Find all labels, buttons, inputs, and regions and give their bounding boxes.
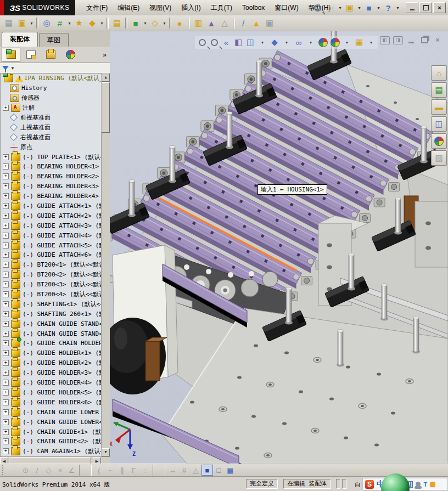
expand-toggle[interactable]: + — [3, 242, 9, 249]
tree-item-guide-attach-1[interactable]: + (-) GUIDE ATTACH<1> (默 — [1, 201, 110, 211]
move-component-dropdown-icon[interactable]: ▾ — [99, 16, 105, 30]
trim-entities-icon[interactable]: × — [54, 465, 66, 476]
tree-item-guide-holder-3[interactable]: + (-) GUIDE HOLDER<3> (默 — [1, 368, 110, 378]
tree-item-bt200-4[interactable]: + (-) BT200<4> (默认<<默认 — [1, 290, 110, 300]
expand-toggle[interactable]: + — [3, 173, 9, 179]
expand-toggle[interactable] — [3, 125, 8, 130]
display-style-dropdown-icon[interactable]: ▾ — [281, 36, 293, 48]
four-viewport-icon[interactable]: ▦ — [225, 465, 236, 476]
tree-item-bearing-holder-3[interactable]: + (-) BEARING HOLDER<3> ( — [1, 182, 110, 191]
file-explorer-icon[interactable]: ▬ — [431, 99, 447, 115]
expand-toggle[interactable]: + — [3, 321, 9, 327]
expand-toggle[interactable]: + — [3, 105, 9, 111]
skin-icon[interactable]: T — [423, 481, 427, 488]
collapse-right-pane-icon[interactable]: ◨ — [393, 36, 403, 44]
doc-close-button[interactable]: × — [433, 36, 443, 44]
tree-item-front-plane[interactable]: 前视基准面 — [1, 113, 110, 123]
tab-sketch[interactable]: 草图 — [39, 33, 69, 47]
display-style-icon[interactable]: ◆ — [268, 36, 281, 48]
expand-toggle[interactable] — [3, 115, 8, 120]
tree-item-guide-holder-4[interactable]: + (-) GUIDE HOLDER<4> (默 — [1, 378, 110, 388]
reference-geometry-dropdown-icon[interactable]: ▾ — [161, 16, 167, 30]
view-palette-icon[interactable]: ◫ — [431, 116, 447, 132]
tree-item-annotations[interactable]: + 注解 — [1, 103, 110, 113]
expand-toggle[interactable]: + — [3, 370, 9, 376]
tree-item-chain-guide-lower-1[interactable]: + (-) CHAIN GUIDE LOWER<1 — [1, 417, 110, 427]
view-settings-dropdown-icon[interactable]: ▾ — [365, 36, 377, 48]
expand-toggle[interactable]: + — [3, 360, 9, 366]
expand-toggle[interactable]: + — [3, 438, 9, 444]
3d-model-canvas[interactable]: Y X Z — [110, 31, 448, 464]
expand-toggle[interactable]: + — [3, 429, 9, 435]
filter-dropdown-icon[interactable]: ▼ — [10, 66, 15, 71]
tree-root-assembly[interactable]: IPA RINSING (默认<默认_ — [1, 74, 110, 83]
expand-toggle[interactable]: + — [3, 252, 9, 258]
expand-toggle[interactable]: + — [3, 272, 9, 278]
expand-toggle[interactable]: + — [3, 154, 9, 160]
open-document-dropdown-icon[interactable]: ▾ — [356, 1, 362, 14]
new-document-icon[interactable]: □ — [324, 1, 337, 14]
menu-toolbox[interactable]: Toolbox — [237, 0, 270, 15]
bill-of-materials-icon[interactable]: ▥ — [192, 16, 205, 30]
expand-toggle[interactable]: + — [3, 399, 9, 405]
tree-item-guide-holder-1[interactable]: + (-) GUIDE HOLDER<1> (默 — [1, 348, 110, 358]
new-document-dropdown-icon[interactable]: ▾ — [337, 1, 343, 14]
mate-icon[interactable]: ◎ — [40, 16, 53, 30]
tree-item-right-plane[interactable]: 右视基准面 — [1, 132, 110, 142]
scroll-up-arrow[interactable]: ▲ — [102, 74, 110, 82]
minimize-button[interactable] — [406, 2, 418, 13]
expand-toggle[interactable] — [3, 95, 8, 100]
menu-window[interactable]: 窗口(W) — [270, 0, 303, 15]
tree-item-shafting-260-1[interactable]: + (-) SHAFTING 260<1> (默 — [1, 309, 110, 319]
tree-item-guide-attach-4[interactable]: + (-) GUIDE ATTACH<4> (默 — [1, 230, 110, 240]
tree-item-guide-holder-6[interactable]: + (-) GUIDE HOLDER<6> (默 — [1, 397, 110, 407]
section-view-icon[interactable]: ◧ — [232, 36, 244, 48]
view-orientation-icon[interactable]: ◫ — [244, 36, 256, 48]
expand-toggle[interactable]: + — [3, 448, 9, 454]
perpendicular-relation-icon[interactable]: Γ — [128, 465, 139, 476]
expand-toggle[interactable]: + — [3, 350, 9, 356]
open-part-dropdown-icon[interactable]: ▾ — [29, 16, 35, 30]
measure-icon[interactable]: / — [237, 16, 250, 30]
apply-scene-dropdown-icon[interactable]: ▾ — [341, 36, 353, 48]
tree-item-chain-guide-1[interactable]: + (-) CHAIN GUIDE<1> (默认 — [1, 427, 110, 437]
expand-toggle[interactable]: + — [3, 183, 9, 189]
appearances-icon[interactable] — [431, 133, 447, 149]
single-viewport-icon[interactable]: □ — [213, 465, 225, 476]
toolbox-icon[interactable] — [430, 482, 435, 487]
tree-item-guide-attach-2[interactable]: + (-) GUIDE ATTACH<2> (默 — [1, 211, 110, 221]
custom-properties-icon[interactable]: ▨ — [431, 150, 447, 166]
displaymanager-tab-icon[interactable] — [61, 48, 80, 62]
save-icon[interactable]: ■ — [362, 1, 376, 14]
arc-icon[interactable]: ( — [93, 465, 105, 476]
move-component-icon[interactable]: ◆ — [86, 16, 99, 30]
expand-toggle[interactable]: + — [3, 213, 9, 219]
configurationmanager-tab-icon[interactable] — [41, 48, 60, 62]
sogou-logo-icon[interactable]: S — [365, 480, 374, 489]
propertymanager-tab-icon[interactable] — [21, 48, 40, 62]
tree-item-guide-holder-5[interactable]: + (-) GUIDE HOLDER<5> (默 — [1, 388, 110, 398]
show-hidden-components-icon[interactable]: ▤ — [110, 16, 124, 30]
point-icon[interactable]: · — [8, 465, 20, 476]
sketch-fillet-icon[interactable]: ∠ — [66, 465, 77, 476]
menu-file[interactable]: 文件(F) — [81, 0, 113, 15]
expand-toggle[interactable]: + — [3, 390, 9, 396]
exploded-view-icon[interactable]: ▲ — [205, 16, 218, 30]
spline-icon[interactable]: ~ — [105, 465, 116, 476]
make-block-icon[interactable]: △ — [190, 465, 201, 476]
expand-toggle[interactable] — [3, 145, 8, 150]
menu-edit[interactable]: 编辑(E) — [113, 0, 144, 15]
help-icon[interactable]: ? — [382, 1, 395, 14]
expand-toggle[interactable] — [3, 135, 8, 140]
expand-toggle[interactable]: + — [3, 419, 9, 425]
expand-toggle[interactable]: + — [3, 380, 9, 386]
grid-icon[interactable]: # — [178, 465, 190, 476]
tree-item-history[interactable]: History — [1, 83, 110, 93]
expand-toggle[interactable]: + — [3, 301, 9, 307]
expand-toggle[interactable] — [3, 86, 8, 91]
tree-item-top-plate-1[interactable]: + (-) TOP PLATE<1> (默认< — [1, 152, 110, 162]
tree-item-bearing-holder-1[interactable]: + (-) BEARING HOLDER<1> ( — [1, 162, 110, 172]
menu-tools[interactable]: 工具(T) — [206, 0, 237, 15]
tree-item-origin[interactable]: 原点 — [1, 142, 110, 152]
doc-restore-button[interactable] — [419, 36, 429, 44]
